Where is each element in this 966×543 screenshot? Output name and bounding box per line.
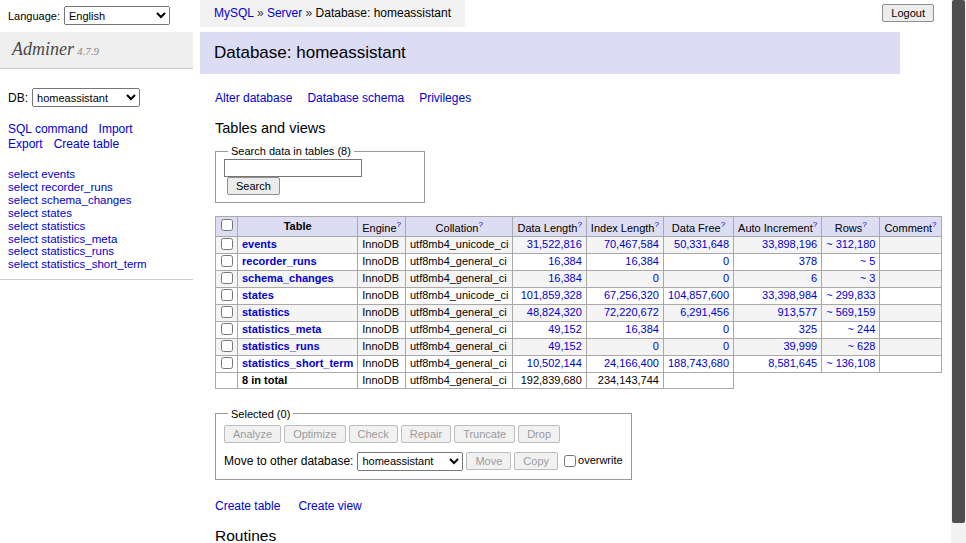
rows-link[interactable]: ~ 299,833 bbox=[826, 289, 875, 301]
help-link-rows[interactable]: ? bbox=[862, 220, 866, 229]
row-checkbox-events[interactable] bbox=[221, 238, 233, 250]
data-length-link[interactable]: 48,824,320 bbox=[527, 306, 582, 318]
sidebar-action-export[interactable]: Export bbox=[8, 137, 43, 151]
auto-increment-link[interactable]: 33,898,196 bbox=[762, 238, 817, 250]
scrollbar-thumb[interactable] bbox=[952, 0, 965, 523]
sidebar-link-select-schema-changes[interactable]: select schema_changes bbox=[8, 194, 131, 206]
index-length-link[interactable]: 0 bbox=[653, 272, 659, 284]
row-checkbox-schema-changes[interactable] bbox=[221, 272, 233, 284]
row-checkbox-statistics[interactable] bbox=[221, 306, 233, 318]
search-button[interactable]: Search bbox=[227, 177, 280, 195]
table-link-statistics-runs[interactable]: statistics_runs bbox=[242, 340, 320, 352]
move-db-select[interactable]: homeassistant bbox=[357, 452, 463, 471]
help-link-collation[interactable]: ? bbox=[478, 220, 482, 229]
table-link-events[interactable]: events bbox=[242, 238, 277, 250]
help-link-data-length[interactable]: ? bbox=[577, 220, 581, 229]
rows-link[interactable]: ~ 5 bbox=[860, 255, 876, 267]
scrollbar-track[interactable] bbox=[951, 0, 966, 543]
sidebar-action-sql-command[interactable]: SQL command bbox=[8, 122, 88, 136]
data-length-link[interactable]: 101,859,328 bbox=[521, 289, 582, 301]
index-length-link[interactable]: 24,166,400 bbox=[604, 357, 659, 369]
privileges-link[interactable]: Privileges bbox=[419, 91, 471, 105]
db-select[interactable]: homeassistant bbox=[32, 88, 140, 107]
auto-increment-link[interactable]: 6 bbox=[811, 272, 817, 284]
row-checkbox-statistics-short-term[interactable] bbox=[221, 357, 233, 369]
index-length-link[interactable]: 16,384 bbox=[625, 323, 659, 335]
sidebar-link-select-statistics-short-term[interactable]: select statistics_short_term bbox=[8, 258, 147, 270]
drop-button[interactable]: Drop bbox=[518, 425, 560, 443]
alter-database-link[interactable]: Alter database bbox=[215, 91, 292, 105]
data-free-link[interactable]: 50,331,648 bbox=[674, 238, 729, 250]
row-checkbox-recorder-runs[interactable] bbox=[221, 255, 233, 267]
row-checkbox-statistics-runs[interactable] bbox=[221, 340, 233, 352]
auto-increment-link[interactable]: 913,577 bbox=[777, 306, 817, 318]
data-length-link[interactable]: 16,384 bbox=[548, 255, 582, 267]
sidebar-link-select-states[interactable]: select states bbox=[8, 207, 72, 219]
optimize-button[interactable]: Optimize bbox=[284, 425, 345, 443]
table-link-recorder-runs[interactable]: recorder_runs bbox=[242, 255, 317, 267]
auto-increment-link[interactable]: 39,999 bbox=[784, 340, 818, 352]
rows-link[interactable]: ~ 244 bbox=[848, 323, 876, 335]
data-length-link[interactable]: 31,522,816 bbox=[527, 238, 582, 250]
index-length-link[interactable]: 72,220,672 bbox=[604, 306, 659, 318]
create-table-link[interactable]: Create table bbox=[215, 499, 280, 513]
sidebar-link-select-statistics-runs[interactable]: select statistics_runs bbox=[8, 245, 114, 257]
auto-increment-link[interactable]: 378 bbox=[799, 255, 817, 267]
table-link-statistics[interactable]: statistics bbox=[242, 306, 290, 318]
rows-link[interactable]: ~ 3 bbox=[860, 272, 876, 284]
create-view-link[interactable]: Create view bbox=[298, 499, 361, 513]
rows-link[interactable]: ~ 136,108 bbox=[826, 357, 875, 369]
data-free-link[interactable]: 188,743,680 bbox=[668, 357, 729, 369]
sidebar-link-select-statistics[interactable]: select statistics bbox=[8, 220, 85, 232]
rows-link[interactable]: ~ 312,180 bbox=[826, 238, 875, 250]
data-length-link[interactable]: 10,502,144 bbox=[527, 357, 582, 369]
data-free-link[interactable]: 0 bbox=[723, 272, 729, 284]
data-free-link[interactable]: 0 bbox=[723, 255, 729, 267]
rows-link[interactable]: ~ 569,159 bbox=[826, 306, 875, 318]
index-length-link[interactable]: 0 bbox=[653, 340, 659, 352]
repair-button[interactable]: Repair bbox=[401, 425, 451, 443]
row-checkbox-states[interactable] bbox=[221, 289, 233, 301]
copy-button[interactable]: Copy bbox=[514, 452, 558, 470]
search-input[interactable] bbox=[224, 159, 362, 177]
data-length-link[interactable]: 49,152 bbox=[548, 323, 582, 335]
analyze-button[interactable]: Analyze bbox=[224, 425, 281, 443]
table-link-statistics-short-term[interactable]: statistics_short_term bbox=[242, 357, 353, 369]
language-select[interactable]: English bbox=[64, 6, 170, 25]
sidebar-link-select-events[interactable]: select events bbox=[8, 168, 75, 180]
data-free-link[interactable]: 104,857,600 bbox=[668, 289, 729, 301]
breadcrumb-link-server[interactable]: Server bbox=[267, 6, 302, 20]
help-link-engine[interactable]: ? bbox=[397, 220, 401, 229]
logout-button[interactable]: Logout bbox=[882, 4, 934, 22]
rows-link[interactable]: ~ 628 bbox=[848, 340, 876, 352]
sidebar-action-create-table[interactable]: Create table bbox=[54, 137, 119, 151]
sidebar-action-import[interactable]: Import bbox=[99, 122, 133, 136]
database-schema-link[interactable]: Database schema bbox=[307, 91, 404, 105]
data-free-link[interactable]: 0 bbox=[723, 323, 729, 335]
data-length-link[interactable]: 16,384 bbox=[548, 272, 582, 284]
auto-increment-link[interactable]: 8,581,645 bbox=[768, 357, 817, 369]
overwrite-checkbox[interactable] bbox=[564, 455, 576, 467]
help-link-data-free[interactable]: ? bbox=[721, 220, 725, 229]
sidebar-link-select-recorder-runs[interactable]: select recorder_runs bbox=[8, 181, 113, 193]
breadcrumb-link-mysql[interactable]: MySQL bbox=[214, 6, 254, 20]
help-link-comment[interactable]: ? bbox=[932, 220, 936, 229]
index-length-link[interactable]: 70,467,584 bbox=[604, 238, 659, 250]
check-all-checkbox[interactable] bbox=[221, 219, 233, 231]
help-link-index-length[interactable]: ? bbox=[654, 220, 658, 229]
data-length-link[interactable]: 49,152 bbox=[548, 340, 582, 352]
row-checkbox-statistics-meta[interactable] bbox=[221, 323, 233, 335]
sidebar-link-select-statistics-meta[interactable]: select statistics_meta bbox=[8, 233, 117, 245]
help-link-auto-increment[interactable]: ? bbox=[813, 220, 817, 229]
table-link-schema-changes[interactable]: schema_changes bbox=[242, 272, 334, 284]
truncate-button[interactable]: Truncate bbox=[454, 425, 515, 443]
index-length-link[interactable]: 16,384 bbox=[625, 255, 659, 267]
data-free-link[interactable]: 6,291,456 bbox=[680, 306, 729, 318]
auto-increment-link[interactable]: 33,398,984 bbox=[762, 289, 817, 301]
data-free-link[interactable]: 0 bbox=[723, 340, 729, 352]
index-length-link[interactable]: 67,256,320 bbox=[604, 289, 659, 301]
table-link-states[interactable]: states bbox=[242, 289, 274, 301]
auto-increment-link[interactable]: 325 bbox=[799, 323, 817, 335]
table-link-statistics-meta[interactable]: statistics_meta bbox=[242, 323, 322, 335]
move-button[interactable]: Move bbox=[466, 452, 511, 470]
